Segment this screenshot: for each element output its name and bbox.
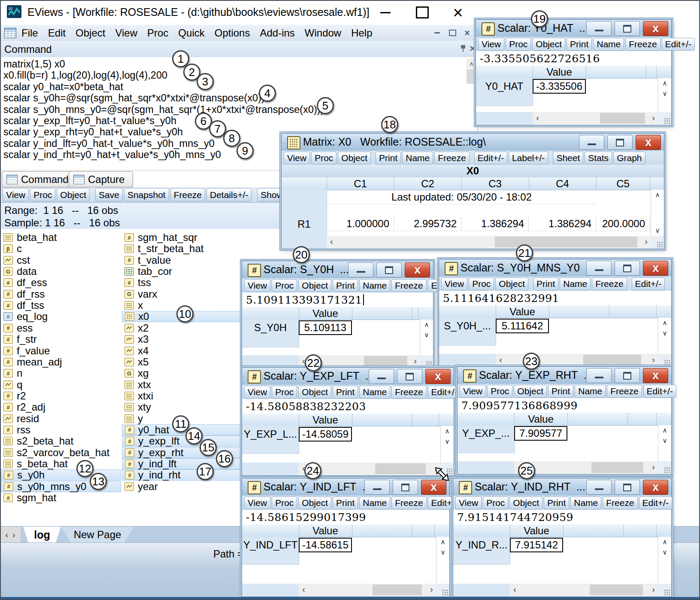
wf-button-details[interactable]: Details+/- [206,188,252,201]
scalar-button-name[interactable]: Name [560,277,591,290]
titlebar[interactable]: # Scalar: Y_EXP_RHT ... x [458,367,671,384]
matrix-button-graph[interactable]: Graph [613,152,645,164]
scalar-button-edit[interactable]: Edit+/- [643,385,676,398]
scalar-button-print[interactable]: Print [333,279,358,292]
scalar-edit-field[interactable]: 7.915141744720959 [453,510,671,525]
wf-button-snapshot[interactable]: Snapshot [124,188,169,201]
matrix-horizontal-scrollbar[interactable]: ‹ › [282,236,664,249]
vertical-scrollbar[interactable]: ∧∨ [440,426,454,463]
scalar-row-label[interactable]: Y_IND_LFT [242,537,299,554]
tab-command[interactable]: Command [2,171,76,187]
scalar-button-proc[interactable]: Proc [483,496,508,509]
matrix-col-header-C2[interactable]: C2 [394,177,462,190]
resize-grip[interactable] [436,584,449,597]
matrix-vertical-scrollbar[interactable]: ∧∨ [651,190,664,236]
scalar-edit-field[interactable]: -14.58615299017399 [242,510,449,525]
object-n[interactable]: # n [1,368,121,379]
page-tab-new-page[interactable]: New Page [61,527,134,543]
pin-icon[interactable] [459,44,467,55]
matrix-button-sheet[interactable]: Sheet [553,152,583,164]
scalar-button-freeze[interactable]: Freeze [592,277,627,290]
scalar-button-object[interactable]: Object [298,496,331,509]
object-y_ind_rht[interactable]: # y_ind_rht [122,469,242,481]
scalar-button-proc[interactable]: Proc [272,496,297,509]
scalar-value-cell[interactable]: 5.111642 [496,319,549,333]
scalar-button-edit[interactable]: Edit+/- [428,386,461,399]
menu-file[interactable]: File [21,27,38,39]
resize-grip[interactable] [658,461,671,474]
object-df_ess[interactable]: # df_ess [1,277,121,288]
object-s_beta_hat[interactable]: s_beta_hat [1,458,121,469]
scalar-button-freeze[interactable]: Freeze [391,279,426,292]
object-sgm_hat_sqr[interactable]: # sgm_hat_sqr [122,232,242,243]
minimize-button[interactable] [348,262,373,277]
matrix-row-header[interactable]: R1 [282,217,327,231]
horizontal-scrollbar[interactable]: ‹ › [242,584,449,597]
scalar-button-freeze[interactable]: Freeze [603,496,637,509]
scalar-row-label[interactable]: Y0_HAT [476,78,533,95]
tab-capture[interactable]: Capture [69,171,133,187]
object-x2[interactable]: x2 [122,323,242,334]
matrix-window-titlebar[interactable]: Matrix: X0 Workfile: ROSESALE::log\ x [282,134,664,151]
close-button[interactable]: x [405,262,430,277]
horizontal-scrollbar[interactable]: ‹ › [458,461,671,474]
scalar-button-edit[interactable]: Edit+/- [662,38,695,51]
vertical-scrollbar[interactable]: ∧∨ [658,78,671,112]
scalar-row-label[interactable]: S_Y0H [242,320,299,336]
scalar-value-cell[interactable]: 5.109113 [299,320,352,335]
object-mean_adj[interactable]: # mean_adj [1,356,121,368]
scalar-value-cell[interactable]: -14.58059 [299,427,352,442]
restore-button[interactable] [607,135,633,150]
scalar-value-cell[interactable]: -14.58615 [299,538,352,552]
scalar-button-proc[interactable]: Proc [506,38,531,51]
scalar-button-proc[interactable]: Proc [469,277,494,290]
horizontal-scrollbar[interactable]: ‹ › [242,355,433,368]
matrix-button-freeze[interactable]: Freeze [434,152,469,164]
resize-grip[interactable] [419,355,433,368]
wf-button-save[interactable]: Save [95,188,123,201]
restore-button[interactable] [615,368,640,383]
minimize-button[interactable] [586,368,612,383]
vertical-scrollbar[interactable]: ∧∨ [436,537,449,584]
object-xtxi[interactable]: xtxi [122,390,242,402]
close-button[interactable]: x [425,369,451,384]
object-sgm_hat[interactable]: # sgm_hat [1,492,121,503]
matrix-cell-R1-C5[interactable]: 200.0000 [596,217,650,231]
close-button[interactable]: x [643,261,668,276]
matrix-button-view[interactable]: View [284,152,310,164]
object-rss[interactable]: # rss [1,424,121,436]
titlebar[interactable]: # Scalar: Y_IND_LFT ... x [242,478,449,496]
resize-grip[interactable] [650,236,664,249]
scalar-button-name[interactable]: Name [575,385,606,398]
scalar-button-view[interactable]: View [460,385,486,398]
object-year[interactable]: year [122,481,242,492]
matrix-button-print[interactable]: Print [376,152,401,164]
titlebar[interactable]: # Scalar: Y_IND_RHT ... x [453,478,671,496]
matrix-button-object[interactable]: Object [338,152,371,164]
mdi-restore-icon[interactable] [449,25,456,41]
scalar-button-object[interactable]: Object [514,385,547,398]
scalar-button-object[interactable]: Object [532,38,565,51]
restore-button[interactable] [393,480,418,495]
vertical-scrollbar[interactable]: ∧∨ [658,425,671,461]
menu-options[interactable]: Options [215,27,250,39]
scalar-button-freeze[interactable]: Freeze [391,386,426,399]
object-data[interactable]: G data [1,266,121,277]
scalar-row-label[interactable]: Y_IND_R... [453,537,510,554]
command-line[interactable]: scalar y_exp_rht=y0_hat+t_value*s_y0h [3,126,324,137]
vertical-scrollbar[interactable]: ∧∨ [658,537,671,584]
scalar-button-freeze[interactable]: Freeze [607,385,642,398]
object-x3[interactable]: x3 [122,334,242,345]
close-button[interactable]: x [643,21,668,36]
minimize-button[interactable] [586,261,612,276]
menu-view[interactable]: View [115,27,137,39]
scalar-edit-field[interactable]: -3.335505622726516 [476,51,671,66]
matrix-button-edit[interactable]: Edit+/- [474,152,507,164]
page-tab-log[interactable]: log [23,527,61,543]
scalar-button-view[interactable]: View [441,277,467,290]
scalar-button-view[interactable]: View [455,496,482,509]
scalar-value-cell[interactable]: 7.915142 [510,538,563,552]
titlebar[interactable]: # Scalar: Y_EXP_LFT ... x [242,368,454,385]
matrix-button-stats[interactable]: Stats [585,152,612,164]
minimize-button[interactable] [586,480,612,495]
